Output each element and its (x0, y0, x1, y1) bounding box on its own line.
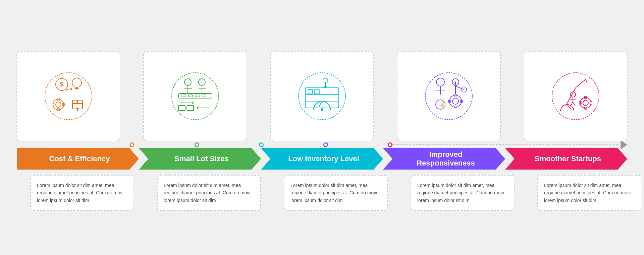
svg-rect-37 (315, 89, 319, 94)
arrow-item-1: Cost & Efficiency (17, 148, 139, 170)
svg-point-3 (72, 78, 82, 87)
improved-responsiveness-icon: ⚡ (422, 69, 476, 123)
cost-efficiency-icon: $ (42, 69, 95, 123)
svg-rect-39 (323, 79, 328, 82)
svg-point-17 (184, 79, 191, 85)
text-card-3: Lorem ipsum dolor sit dim amet, mea regi… (284, 175, 388, 211)
dot-2 (195, 142, 199, 147)
text-content-1: Lorem ipsum dolor sit dim amet, mea regi… (37, 183, 123, 203)
line-after-dot5 (392, 144, 618, 145)
svg-rect-25 (189, 95, 193, 97)
svg-point-58 (552, 73, 599, 120)
dot-5 (388, 142, 392, 147)
svg-rect-33 (305, 88, 339, 108)
svg-text:⚡: ⚡ (439, 102, 446, 108)
text-content-5: Lorem ipsum dolor sit dim amet, mea regi… (544, 183, 631, 203)
smoother-startups-icon (549, 69, 602, 123)
infographic: $ (10, 44, 634, 211)
main-layout: $ (10, 44, 634, 211)
icon-card-cost-efficiency: $ (16, 51, 120, 141)
svg-rect-24 (182, 95, 186, 97)
text-card-2: Lorem ipsum dolor sit dim amet, mea regi… (157, 175, 261, 211)
arrow-label-3: Low Inventory Level (271, 154, 373, 163)
text-content-4: Lorem ipsum dolor sit dim amet, mea regi… (417, 183, 504, 203)
svg-point-41 (321, 108, 323, 111)
svg-point-7 (56, 102, 61, 107)
svg-line-47 (455, 86, 464, 89)
arrow-banner-4: Improved Responsiveness (383, 148, 505, 170)
cards-wrapper: $ (10, 44, 634, 141)
arrow-banner-1: Cost & Efficiency (17, 148, 139, 170)
arrow-item-4: Improved Responsiveness (383, 148, 505, 170)
svg-point-51 (452, 98, 459, 104)
arrow-label-5: Smoother Startups (518, 154, 614, 163)
text-card-5: Lorem ipsum dolor sit dim amet, mea regi… (537, 175, 641, 211)
svg-line-65 (573, 102, 575, 106)
svg-point-43 (436, 78, 444, 86)
arrow-item-2: Small Lot Sizes (139, 148, 261, 170)
icon-card-low-inventory (270, 51, 374, 141)
text-card-1: Lorem ipsum dolor sit dim amet, mea regi… (30, 175, 134, 211)
svg-point-66 (580, 98, 591, 108)
svg-point-42 (425, 73, 472, 120)
svg-point-18 (199, 79, 205, 85)
arrow-item-5: Smoother Startups (505, 148, 627, 170)
svg-rect-30 (178, 106, 185, 111)
arrow-banner-5: Smoother Startups (505, 148, 627, 170)
svg-rect-31 (187, 106, 194, 111)
arrow-banner-2: Small Lot Sizes (139, 148, 261, 170)
dot-row (10, 141, 634, 148)
text-content-3: Lorem ipsum dolor sit dim amet, mea regi… (290, 183, 377, 203)
dot-1 (129, 142, 134, 147)
arrow-label-4: Improved Responsiveness (383, 150, 505, 168)
arrow-label-1: Cost & Efficiency (33, 154, 123, 163)
icon-card-small-lot-sizes (143, 51, 247, 141)
dot-3 (259, 142, 264, 147)
icon-card-smoother-startups (524, 51, 628, 141)
low-inventory-icon (295, 69, 349, 123)
arrow-item-3: Low Inventory Level (261, 148, 383, 170)
arrows-container: Cost & Efficiency Small Lot Sizes Low In… (10, 148, 634, 170)
text-content-2: Lorem ipsum dolor sit dim amet, mea regi… (164, 183, 250, 203)
svg-point-67 (583, 100, 588, 106)
text-card-4: Lorem ipsum dolor sit dim amet, mea regi… (411, 175, 515, 211)
dot-4 (323, 142, 328, 147)
icon-card-improved-responsiveness: ⚡ (397, 51, 501, 141)
svg-rect-27 (202, 95, 206, 97)
small-lot-sizes-icon (168, 69, 222, 123)
text-row: Lorem ipsum dolor sit dim amet, mea regi… (10, 170, 634, 211)
line-before-dot1 (17, 144, 129, 145)
arrow-label-2: Small Lot Sizes (158, 154, 242, 163)
svg-rect-36 (308, 89, 313, 94)
svg-line-64 (571, 102, 573, 106)
svg-rect-26 (195, 95, 199, 97)
svg-point-50 (449, 95, 462, 107)
svg-point-0 (45, 73, 92, 120)
svg-point-6 (53, 99, 64, 110)
svg-text:$: $ (60, 81, 63, 88)
arrow-banner-3: Low Inventory Level (261, 148, 383, 170)
